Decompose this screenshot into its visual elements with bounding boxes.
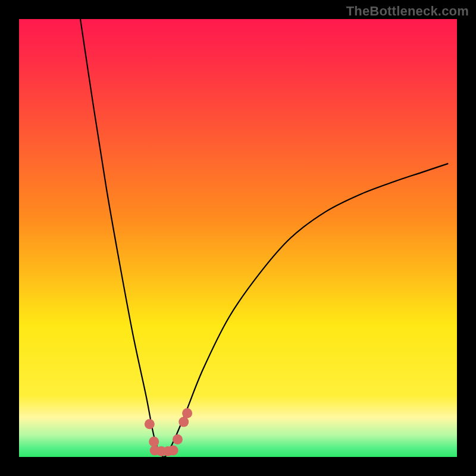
curve-marker (173, 434, 183, 444)
curve-marker (182, 408, 192, 418)
plot-svg (19, 19, 457, 457)
curve-marker (145, 419, 155, 429)
plot-area (19, 19, 457, 457)
curve-marker (149, 437, 159, 447)
gradient-background (19, 19, 457, 457)
curve-marker (178, 417, 189, 427)
watermark-text: TheBottleneck.com (346, 4, 469, 19)
chart-frame: TheBottleneck.com (0, 0, 476, 476)
curve-marker (168, 445, 178, 455)
